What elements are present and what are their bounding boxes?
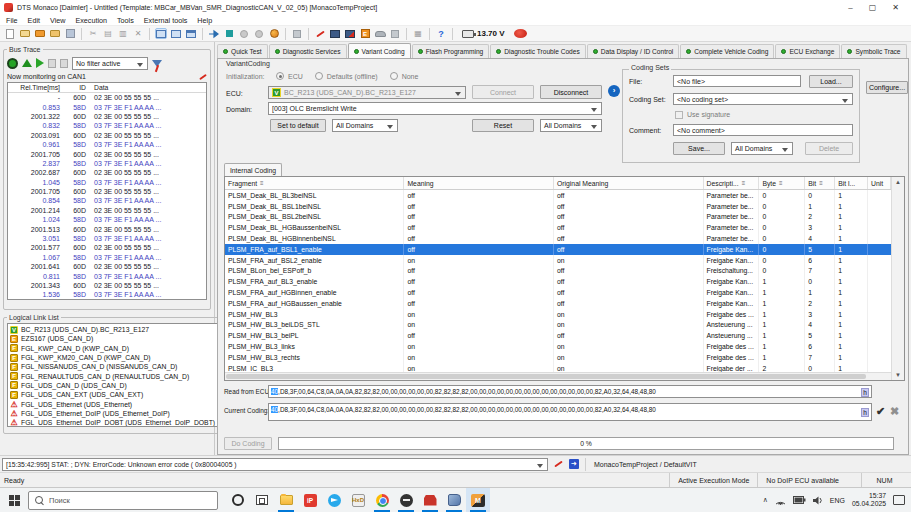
export-trace-icon[interactable]: [60, 59, 68, 68]
bus-trace-row[interactable]: 2001.70560D02 3E 00 55 55 55 ...: [8, 149, 206, 158]
bus-trace-row[interactable]: 2001.64160D02 3E 00 55 55 55 ...: [8, 262, 206, 271]
bus-trace-row[interactable]: 2002.68760D02 3E 00 55 55 55 ...: [8, 168, 206, 177]
task-view-icon[interactable]: [250, 488, 274, 512]
logical-link-item[interactable]: ⚠FGL_UDS_Ethernet_DoIP_DOBT (UDS_Etherne…: [10, 418, 215, 427]
radio-ecu[interactable]: [276, 72, 284, 80]
logical-link-item[interactable]: FFGL_RENAULTUDS_CAN_D (RENAULTUDS_CAN_D): [10, 371, 215, 380]
ic-col-unit[interactable]: Unit: [868, 177, 891, 189]
ecu-select[interactable]: V BC_R213 (UDS_CAN_D).BC_R213_E127: [268, 86, 466, 99]
bus-trace-row[interactable]: -60D02 3E 00 55 55 55 ...: [8, 93, 206, 102]
import-trace-icon[interactable]: [22, 59, 32, 67]
tab-ecu-exchange[interactable]: ECU Exchange: [775, 44, 840, 58]
stop-execution-icon[interactable]: [223, 28, 235, 39]
ic-row[interactable]: PLSM_HW_BL3_beiPLoffoffAnsteuerung ...15…: [225, 330, 891, 341]
ic-row[interactable]: PLSM_FRA_auf_BSL2_enableononFreigabe Kan…: [225, 255, 891, 266]
menu-help[interactable]: Help: [197, 16, 212, 25]
all-domains-select-save[interactable]: All Domains: [731, 142, 793, 155]
telegram-icon[interactable]: [322, 488, 346, 512]
use-signature-checkbox[interactable]: [675, 111, 683, 119]
layout-single-icon[interactable]: [155, 28, 167, 39]
scroll-up-icon[interactable]: ▲: [895, 177, 901, 187]
load-button[interactable]: Load...: [809, 75, 853, 88]
trace-marker-icon[interactable]: [199, 73, 207, 79]
ic-row[interactable]: PLSM_HW_BL3ononFreigabe des ...131: [225, 309, 891, 320]
play-trace-icon[interactable]: [36, 58, 44, 68]
delete-button[interactable]: Delete: [805, 142, 853, 155]
bus-trace-row[interactable]: 2001.34360D02 3E 00 55 55 55 ...: [8, 281, 206, 290]
bus-trace-row[interactable]: 2003.09160D02 3E 00 55 55 55 ...: [8, 131, 206, 140]
new-file-icon[interactable]: [4, 28, 16, 39]
open-template-icon[interactable]: [34, 28, 46, 39]
dts-monaco-taskbar-icon[interactable]: M: [466, 488, 490, 512]
copy-icon[interactable]: ▤: [102, 28, 114, 39]
bus-trace-row[interactable]: 2001.32260D02 3E 00 55 55 55 ...: [8, 112, 206, 121]
apply-coding-icon[interactable]: ✔: [876, 405, 885, 418]
bus-trace-row[interactable]: 2001.51360D02 3E 00 55 55 55 ...: [8, 224, 206, 233]
notification-center-icon[interactable]: [893, 495, 905, 505]
set-to-default-button[interactable]: Set to default: [270, 119, 326, 132]
file-field[interactable]: <No file>: [673, 75, 801, 87]
ic-col-meaning[interactable]: Meaning: [404, 177, 554, 189]
paste-icon[interactable]: ▥: [117, 28, 129, 39]
locked-tool-icon[interactable]: ▦: [412, 28, 424, 39]
connect-button[interactable]: Connect: [472, 85, 534, 99]
logical-link-item[interactable]: FFGL_UDS_CAN_EXT (UDS_CAN_EXT): [10, 390, 215, 399]
ic-col-byte[interactable]: Byte≡: [759, 177, 805, 189]
ic-row[interactable]: PLSM_Deak_BL_BL3beiNSLoffoffParameter be…: [225, 190, 891, 201]
tab-complete-vehicle-coding[interactable]: Complete Vehicle Coding: [680, 44, 774, 58]
layout-split-icon[interactable]: [170, 28, 182, 39]
ic-row[interactable]: PLSM_FRA_auf_BL3_enableoffoffFreigabe Ka…: [225, 276, 891, 287]
configure-button[interactable]: Configure...: [866, 81, 908, 94]
network-icon[interactable]: [775, 496, 786, 505]
bus-trace-row[interactable]: 0.85358D03 7F 3E F1 AA AA ...: [8, 102, 206, 111]
bus-trace-row[interactable]: 0.81158D03 7F 3E F1 AA AA ...: [8, 271, 206, 280]
menu-edit[interactable]: Edit: [28, 16, 40, 25]
volume-icon[interactable]: [813, 496, 823, 505]
bus-trace-row[interactable]: 2.83758D03 7F 3E F1 AA AA ...: [8, 159, 206, 168]
file-explorer-icon[interactable]: [274, 488, 298, 512]
radio-none[interactable]: [390, 72, 398, 80]
coding-set-select[interactable]: <No coding set>: [673, 93, 853, 105]
comment-field[interactable]: <No comment>: [673, 124, 853, 136]
pause-execution-icon[interactable]: [238, 28, 250, 39]
taskbar-opera-icon[interactable]: [226, 488, 250, 512]
clock[interactable]: 15:37 05.04.2025: [852, 492, 886, 509]
monitor-blue-icon[interactable]: [329, 28, 341, 39]
start-button[interactable]: [0, 488, 28, 512]
cancel-coding-icon[interactable]: ✖: [890, 405, 899, 418]
taskbar-search-input[interactable]: Поиск: [28, 491, 218, 510]
vehicle-icon[interactable]: [374, 28, 386, 39]
logical-link-item[interactable]: ⚠FGL_UDS_Ethernet (UDS_Ethernet): [10, 399, 215, 408]
domain-select[interactable]: [003] OLC Bremslicht Write: [268, 102, 602, 115]
radio-defaults-offline[interactable]: [315, 72, 323, 80]
save-button[interactable]: Save...: [673, 142, 725, 155]
bus-trace-row[interactable]: 1.53658D03 7F 3E F1 AA AA ...: [8, 290, 206, 299]
bus-trace-row[interactable]: 0.85458D03 7F 3E F1 AA AA ...: [8, 196, 206, 205]
record-trace-icon[interactable]: [7, 58, 18, 69]
all-domains-select-right[interactable]: All Domains: [540, 119, 602, 132]
scroll-down-icon[interactable]: ▼: [895, 370, 901, 380]
ic-row[interactable]: PLSM_Deak_BL_HGBaussenbeiNSLoffoffParame…: [225, 222, 891, 233]
ic-row[interactable]: PLSM_FRA_auf_HGBinnen_enableoffoffFreiga…: [225, 287, 891, 298]
web-settings-icon[interactable]: [268, 28, 280, 39]
bus-trace-row[interactable]: 0.83258D03 7F 3E F1 AA AA ...: [8, 121, 206, 130]
ic-col-fragment[interactable]: Fragment≡: [225, 177, 404, 189]
logical-link-item[interactable]: FFGL_NISSANUDS_CAN_D (NISSANUDS_CAN_D): [10, 362, 215, 371]
logical-link-item[interactable]: ⚠FGL_UDS_Ethernet_DoIP (UDS_Ethernet_DoI…: [10, 409, 215, 418]
vertical-scrollbar[interactable]: ▲ ▼: [891, 177, 904, 380]
tab-symbolic-trace[interactable]: Symbolic Trace: [841, 44, 906, 58]
do-coding-button[interactable]: Do Coding: [224, 437, 272, 450]
ic-row[interactable]: PLSM_Deak_BL_BSL1beiNSLoffoffParameter b…: [225, 201, 891, 212]
ic-row[interactable]: PLSM_HW_BL3_linksononFreigabe des ...161: [225, 341, 891, 352]
menu-tools[interactable]: Tools: [117, 16, 134, 25]
logical-link-item[interactable]: EEZS167 (UDS_CAN_D): [10, 334, 215, 343]
open-file-icon[interactable]: [19, 28, 31, 39]
bus-trace-row[interactable]: 1.06758D03 7F 3E F1 AA AA ...: [8, 253, 206, 262]
logical-link-item[interactable]: FFGL_KWP_KM20_CAN_D (KWP_CAN_D): [10, 353, 215, 362]
disconnect-button[interactable]: Disconnect: [540, 85, 602, 99]
all-domains-select-left[interactable]: All Domains: [332, 119, 398, 132]
status-message-select[interactable]: [15:35:42:995] STAT: ; DYN: ErrorCode: U…: [2, 458, 548, 471]
menu-execution[interactable]: Execution: [75, 16, 107, 25]
status-goto-icon[interactable]: ➜: [569, 459, 579, 469]
maximize-icon[interactable]: ▢: [869, 4, 877, 12]
